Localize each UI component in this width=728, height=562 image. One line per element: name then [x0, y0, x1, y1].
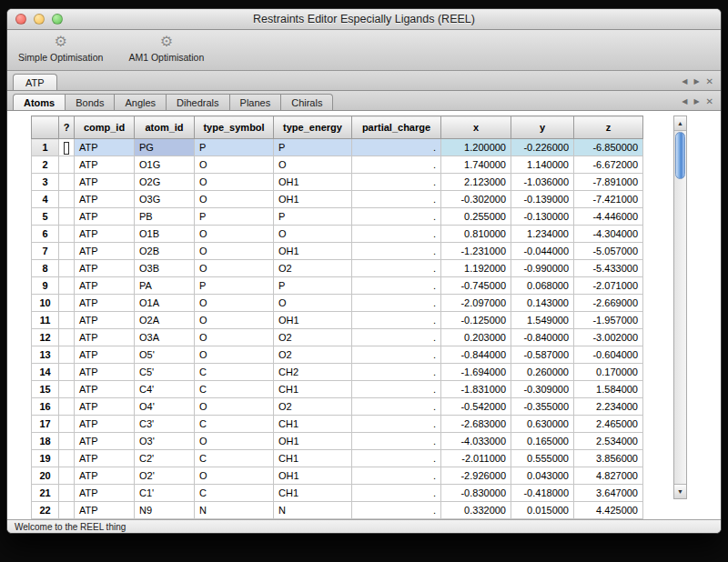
cell-y[interactable]: 0.043000 [511, 467, 574, 485]
cell-atom-id[interactable]: PG [135, 139, 195, 156]
cell-flag[interactable] [59, 156, 75, 174]
cell-comp-id[interactable]: ATP [75, 260, 135, 277]
cell-x[interactable]: 0.255000 [441, 208, 511, 226]
cell-z[interactable]: -4.446000 [574, 208, 643, 226]
cell-type-energy[interactable]: CH1 [274, 381, 352, 398]
cell-type-energy[interactable]: OH1 [274, 191, 352, 208]
cell-atom-id[interactable]: O2G [135, 174, 195, 191]
tab-angles[interactable]: Angles [115, 94, 167, 110]
col-header-atom-id[interactable]: atom_id [135, 116, 195, 139]
tab-chirals[interactable]: Chirals [281, 94, 333, 110]
cell-atom-id[interactable]: O1A [135, 295, 195, 312]
row-number[interactable]: 7 [32, 243, 59, 260]
cell-type-energy[interactable]: OH1 [274, 467, 352, 485]
cell-type-symbol[interactable]: C [195, 364, 274, 381]
col-header-z[interactable]: z [574, 116, 643, 139]
row-number[interactable]: 20 [32, 467, 59, 485]
cell-y[interactable]: -0.840000 [511, 329, 574, 346]
cell-z[interactable]: -1.957000 [574, 312, 643, 329]
cell-atom-id[interactable]: C5' [135, 364, 195, 381]
cell-x[interactable]: -2.683000 [441, 416, 511, 433]
cell-atom-id[interactable]: PB [135, 208, 195, 226]
cell-y[interactable]: -0.130000 [511, 208, 574, 226]
row-number[interactable]: 4 [32, 191, 59, 208]
row-number[interactable]: 11 [32, 312, 59, 329]
cell-comp-id[interactable]: ATP [75, 312, 135, 329]
cell-type-symbol[interactable]: O [195, 174, 274, 191]
tab-atp[interactable]: ATP [13, 74, 57, 90]
cell-flag[interactable] [59, 364, 75, 381]
tab-scroll-left-icon[interactable]: ◀ [682, 77, 687, 85]
cell-partial-charge[interactable]: . [352, 295, 441, 312]
cell-partial-charge[interactable]: . [352, 433, 441, 450]
cell-type-energy[interactable]: OH1 [274, 433, 352, 450]
cell-x[interactable]: -0.844000 [441, 346, 511, 364]
cell-type-symbol[interactable]: O [195, 191, 274, 208]
cell-x[interactable]: -0.830000 [441, 485, 511, 502]
row-number[interactable]: 21 [32, 485, 59, 502]
cell-comp-id[interactable]: ATP [75, 139, 135, 156]
cell-type-energy[interactable]: CH1 [274, 450, 352, 467]
scroll-up-icon[interactable]: ▲ [674, 116, 686, 131]
cell-y[interactable]: 1.549000 [511, 312, 574, 329]
cell-flag[interactable] [59, 502, 75, 519]
cell-type-symbol[interactable]: P [195, 139, 274, 156]
cell-atom-id[interactable]: O4' [135, 398, 195, 416]
cell-y[interactable]: 1.234000 [511, 226, 574, 243]
cell-flag[interactable] [59, 329, 75, 346]
cell-x[interactable]: 1.740000 [441, 156, 511, 174]
scroll-track[interactable] [674, 180, 686, 484]
row-number[interactable]: 8 [32, 260, 59, 277]
zoom-button[interactable] [52, 14, 63, 25]
cell-y[interactable]: -0.044000 [511, 243, 574, 260]
cell-x[interactable]: 2.123000 [441, 174, 511, 191]
tab-planes[interactable]: Planes [230, 94, 282, 110]
cell-z[interactable]: -6.850000 [574, 139, 643, 156]
cell-y[interactable]: 0.630000 [511, 416, 574, 433]
cell-x[interactable]: 1.200000 [441, 139, 511, 156]
cell-partial-charge[interactable]: . [352, 243, 441, 260]
cell-x[interactable]: -1.694000 [441, 364, 511, 381]
cell-z[interactable]: -7.421000 [574, 191, 643, 208]
cell-type-energy[interactable]: O [274, 295, 352, 312]
cell-comp-id[interactable]: ATP [75, 416, 135, 433]
cell-atom-id[interactable]: O1G [135, 156, 195, 174]
cell-atom-id[interactable]: O2' [135, 467, 195, 485]
cell-type-symbol[interactable]: O [195, 467, 274, 485]
cell-x[interactable]: -2.097000 [441, 295, 511, 312]
row-number[interactable]: 15 [32, 381, 59, 398]
cell-type-symbol[interactable]: C [195, 416, 274, 433]
scroll-thumb[interactable] [675, 132, 685, 179]
cell-comp-id[interactable]: ATP [75, 243, 135, 260]
cell-partial-charge[interactable]: . [352, 364, 441, 381]
cell-type-symbol[interactable]: O [195, 243, 274, 260]
close-button[interactable] [15, 14, 26, 25]
cell-partial-charge[interactable]: . [352, 174, 441, 191]
cell-y[interactable]: 0.068000 [511, 277, 574, 295]
cell-partial-charge[interactable]: . [352, 191, 441, 208]
cell-atom-id[interactable]: O5' [135, 346, 195, 364]
cell-z[interactable]: -3.002000 [574, 329, 643, 346]
cell-atom-id[interactable]: O3G [135, 191, 195, 208]
cell-type-symbol[interactable]: O [195, 312, 274, 329]
col-header-y[interactable]: y [511, 116, 574, 139]
cell-x[interactable]: -0.302000 [441, 191, 511, 208]
cell-partial-charge[interactable]: . [352, 416, 441, 433]
cell-flag[interactable] [59, 191, 75, 208]
cell-y[interactable]: -0.587000 [511, 346, 574, 364]
cell-z[interactable]: -2.071000 [574, 277, 643, 295]
cell-y[interactable]: 0.555000 [511, 450, 574, 467]
cell-type-energy[interactable]: P [274, 139, 352, 156]
cell-type-symbol[interactable]: O [195, 329, 274, 346]
tab-close-icon[interactable]: ✕ [706, 96, 713, 106]
col-header-partial-charge[interactable]: partial_charge [352, 116, 441, 139]
cell-atom-id[interactable]: O3B [135, 260, 195, 277]
active-cell-editor[interactable] [64, 142, 69, 155]
cell-flag[interactable] [59, 243, 75, 260]
cell-flag[interactable] [59, 485, 75, 502]
scroll-down-icon[interactable]: ▼ [674, 484, 686, 498]
row-number[interactable]: 18 [32, 433, 59, 450]
cell-x[interactable]: -0.125000 [441, 312, 511, 329]
cell-type-energy[interactable]: O2 [274, 260, 352, 277]
cell-x[interactable]: -0.745000 [441, 277, 511, 295]
